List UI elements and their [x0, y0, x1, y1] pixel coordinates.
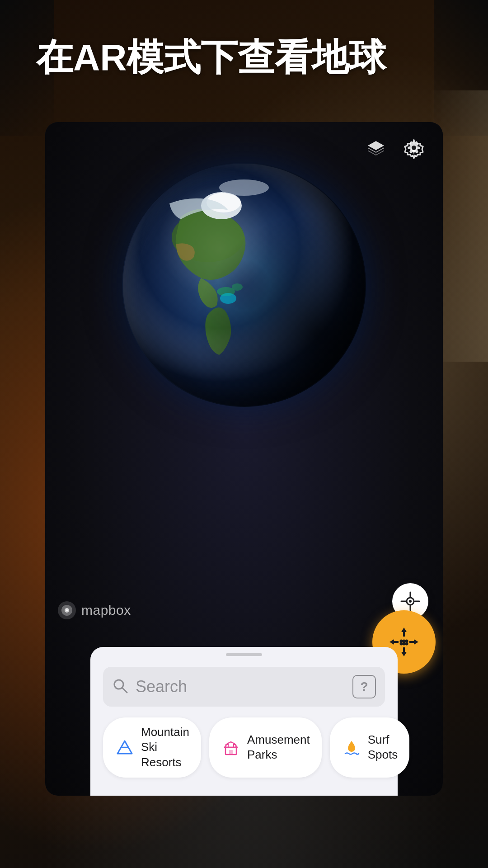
svg-point-12	[123, 164, 365, 406]
search-help-button[interactable]: ?	[352, 675, 376, 698]
chip-surf-spots[interactable]: SurfSpots	[330, 717, 410, 778]
map-toolbar	[361, 135, 428, 164]
chip-label-surf: SurfSpots	[368, 732, 398, 763]
mapbox-logo-icon	[58, 601, 76, 619]
map-card: mapbox Search ?	[45, 122, 443, 796]
earth-globe	[122, 163, 366, 407]
chip-amusement-parks[interactable]: AmusementParks	[209, 717, 322, 778]
settings-button[interactable]	[399, 135, 428, 164]
svg-point-20	[400, 640, 403, 643]
svg-point-13	[220, 293, 236, 304]
svg-rect-35	[226, 745, 228, 747]
bottom-sheet: Search ? MountainSki Resorts	[90, 647, 398, 796]
globe-display[interactable]	[122, 163, 366, 407]
page-title: 在AR模式下查看地球	[36, 36, 452, 79]
search-icon	[112, 678, 128, 696]
search-placeholder: Search	[136, 677, 352, 696]
mapbox-label: mapbox	[81, 603, 131, 618]
surf-icon	[342, 737, 361, 757]
svg-point-23	[400, 642, 403, 646]
svg-rect-34	[229, 750, 233, 755]
category-chips: MountainSki Resorts AmusementParks	[103, 717, 385, 778]
sheet-handle	[226, 653, 262, 656]
chip-mountain-ski-resorts[interactable]: MountainSki Resorts	[103, 717, 201, 778]
search-help-icon: ?	[360, 679, 368, 694]
chip-label-mountain: MountainSki Resorts	[141, 725, 189, 770]
mountain-icon	[115, 737, 135, 757]
svg-point-24	[403, 642, 406, 646]
svg-point-4	[412, 146, 416, 150]
svg-marker-0	[368, 141, 384, 150]
svg-point-21	[403, 640, 406, 643]
svg-point-19	[409, 600, 412, 603]
mapbox-logo: mapbox	[58, 601, 131, 619]
svg-rect-36	[234, 745, 236, 747]
search-bar[interactable]: Search ?	[103, 667, 385, 707]
svg-point-28	[66, 609, 68, 611]
svg-point-22	[405, 640, 408, 643]
layers-button[interactable]	[361, 135, 390, 164]
svg-line-30	[122, 688, 127, 693]
svg-point-25	[405, 642, 408, 646]
amusement-icon	[221, 737, 241, 757]
chip-label-amusement: AmusementParks	[247, 732, 310, 763]
